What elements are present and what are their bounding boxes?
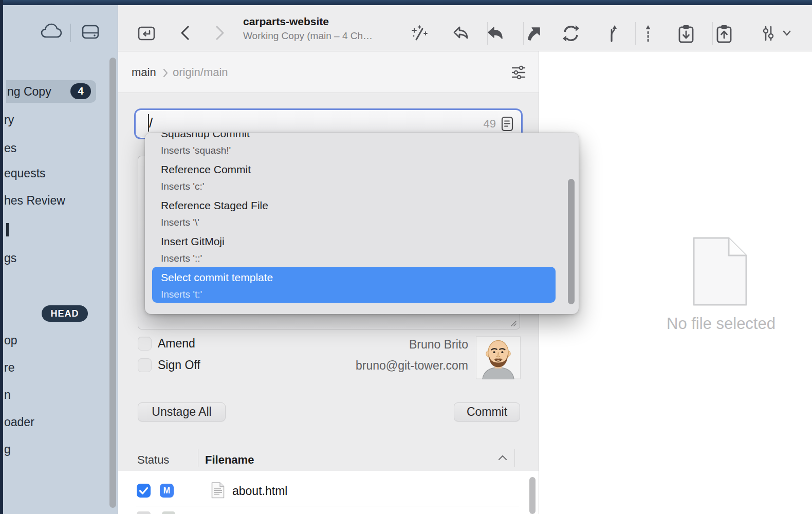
dropdown-scrollbar[interactable]: [568, 179, 575, 304]
breadcrumb-tracked-branch[interactable]: origin/main: [173, 66, 228, 79]
empty-document-icon: [691, 235, 749, 307]
open-repository-icon[interactable]: [137, 24, 156, 43]
sidebar-item-branches-review[interactable]: hes Review: [4, 194, 65, 208]
window-frame-top: [0, 0, 812, 5]
menu-item-insert-gitmoji[interactable]: Insert GitMoji Inserts '::': [161, 235, 548, 265]
sidebar-scrollbar[interactable]: [109, 58, 116, 508]
sync-icon[interactable]: [560, 24, 582, 43]
sidebar-item-tags[interactable]: gs: [4, 251, 16, 265]
view-options-icon[interactable]: [760, 24, 777, 43]
row-divider: [136, 506, 519, 506]
local-drive-icon[interactable]: [79, 21, 102, 43]
sidebar-branch-item[interactable]: oader: [4, 415, 34, 429]
breadcrumb-current-branch[interactable]: main: [132, 66, 156, 79]
forward-icon[interactable]: [214, 25, 226, 41]
tower-window: ng Copy 4 ry es equests hes Review gs HE…: [0, 0, 812, 514]
checkmark-icon: [137, 484, 151, 498]
avatar: [476, 336, 521, 379]
apply-stash-icon[interactable]: [523, 24, 544, 43]
sidebar-branch-item[interactable]: op: [4, 334, 17, 347]
file-row-checkbox[interactable]: [137, 484, 151, 498]
sidebar-item-fragment[interactable]: [6, 223, 9, 236]
column-divider[interactable]: [514, 449, 515, 467]
window-frame-left: [0, 0, 3, 514]
breadcrumb-chevron-icon: [162, 68, 169, 78]
back-icon[interactable]: [179, 25, 191, 41]
commit-button[interactable]: Commit: [454, 402, 520, 421]
stash-icon[interactable]: [485, 24, 506, 43]
merge-icon[interactable]: [604, 24, 622, 43]
sidebar-item-working-copy[interactable]: ng Copy 4: [6, 80, 96, 103]
menu-item-squashup-commit[interactable]: Squashup Commit Inserts 'squash!': [161, 133, 548, 157]
toolbar-separator: [635, 22, 636, 45]
cloud-icon[interactable]: [40, 22, 63, 42]
discard-icon[interactable]: [450, 24, 471, 43]
author-email: bruno@git-tower.com: [308, 359, 468, 373]
author-name: Bruno Brito: [308, 338, 468, 352]
file-row[interactable]: about.html: [232, 484, 287, 498]
column-divider[interactable]: [198, 449, 198, 467]
quick-actions-wand-icon[interactable]: [410, 24, 429, 43]
amend-label: Amend: [158, 337, 195, 351]
sign-off-checkbox[interactable]: [138, 358, 152, 372]
sidebar: ng Copy 4 ry es equests hes Review gs HE…: [3, 5, 118, 514]
amend-checkbox[interactable]: [138, 337, 152, 351]
char-count: 49: [484, 117, 496, 131]
sidebar-header-separator: [70, 24, 71, 42]
head-badge: HEAD: [42, 305, 88, 322]
unstage-all-button[interactable]: Unstage All: [138, 402, 226, 421]
column-header-status[interactable]: Status: [137, 453, 169, 467]
sidebar-item-history[interactable]: ry: [4, 113, 14, 127]
branch-header: main origin/main: [118, 51, 539, 93]
char-limit-icon: [501, 116, 514, 132]
sort-chevron-icon: [497, 454, 508, 461]
modified-status-badge: M: [160, 484, 174, 498]
window-title: carparts-website: [243, 15, 397, 28]
menu-item-reference-commit[interactable]: Reference Commit Inserts 'c:': [161, 163, 548, 193]
menu-item-select-commit-template[interactable]: Select commit template Inserts 't:': [152, 267, 556, 303]
file-list-scrollbar[interactable]: [529, 477, 536, 514]
chevron-down-icon[interactable]: [782, 30, 791, 37]
sidebar-item-pull-requests[interactable]: equests: [4, 167, 46, 180]
sidebar-item-branches[interactable]: es: [4, 141, 16, 155]
filter-icon[interactable]: [510, 65, 527, 80]
file-preview-panel: No file selected: [539, 51, 812, 514]
next-row-checkbox-sliver: [137, 511, 151, 514]
main-toolbar: carparts-website Working Copy (main – 4 …: [118, 5, 812, 51]
sidebar-branch-item[interactable]: g: [4, 443, 11, 456]
next-row-badge-sliver: [162, 511, 175, 514]
resize-handle-icon[interactable]: [509, 319, 517, 327]
sidebar-branch-item[interactable]: n: [4, 388, 11, 402]
column-header-filename[interactable]: Filename: [205, 453, 254, 467]
changes-count-badge: 4: [70, 83, 91, 99]
sidebar-branch-item[interactable]: re: [4, 361, 14, 375]
window-subtitle: Working Copy (main – 4 Ch…: [243, 30, 408, 42]
push-icon[interactable]: [714, 24, 734, 44]
sidebar-item-label: ng Copy: [7, 80, 51, 103]
file-icon: [211, 482, 225, 499]
rebase-icon[interactable]: [641, 24, 655, 43]
staged-files-list: M about.html: [118, 471, 539, 514]
sign-off-label: Sign Off: [158, 358, 200, 372]
menu-item-reference-staged-file[interactable]: Reference Staged File Inserts '\': [161, 199, 548, 229]
empty-state-message: No file selected: [644, 315, 798, 333]
autocomplete-menu: Squashup Commit Inserts 'squash!' Refere…: [145, 133, 579, 314]
pull-icon[interactable]: [676, 24, 696, 44]
toolbar-separator: [712, 22, 713, 45]
commit-subject-value: /: [149, 115, 153, 131]
